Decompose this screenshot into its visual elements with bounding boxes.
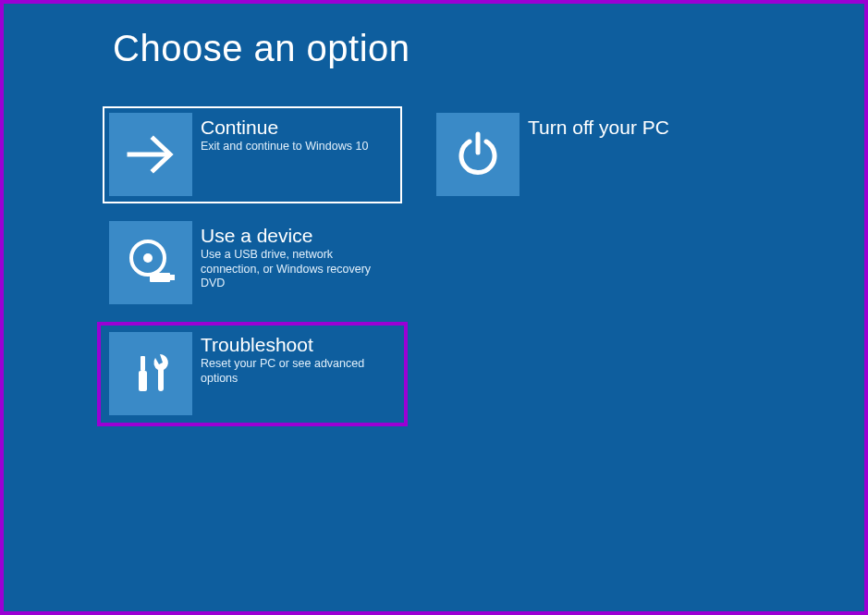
- option-subtitle: Use a USB drive, network connection, or …: [201, 248, 393, 291]
- svg-rect-6: [141, 356, 145, 371]
- option-turn-off[interactable]: Turn off your PC: [430, 106, 729, 203]
- option-troubleshoot[interactable]: Troubleshoot Reset your PC or see advanc…: [97, 322, 408, 426]
- power-icon: [436, 113, 520, 196]
- option-subtitle: Reset your PC or see advanced options: [201, 357, 393, 386]
- svg-point-3: [143, 253, 153, 263]
- tools-icon: [109, 332, 192, 415]
- option-title: Turn off your PC: [528, 117, 669, 138]
- option-title: Use a device: [201, 225, 393, 246]
- disc-icon: [109, 221, 192, 304]
- svg-rect-5: [170, 275, 175, 280]
- page-title: Choose an option: [113, 28, 410, 69]
- option-continue[interactable]: Continue Exit and continue to Windows 10: [103, 106, 402, 203]
- option-title: Continue: [201, 117, 368, 138]
- option-subtitle: Exit and continue to Windows 10: [201, 140, 368, 154]
- option-title: Troubleshoot: [201, 334, 393, 355]
- options-grid: Continue Exit and continue to Windows 10…: [103, 106, 824, 437]
- option-use-device[interactable]: Use a device Use a USB drive, network co…: [103, 215, 402, 312]
- svg-rect-7: [139, 371, 147, 391]
- svg-rect-4: [150, 273, 170, 282]
- arrow-right-icon: [109, 113, 192, 196]
